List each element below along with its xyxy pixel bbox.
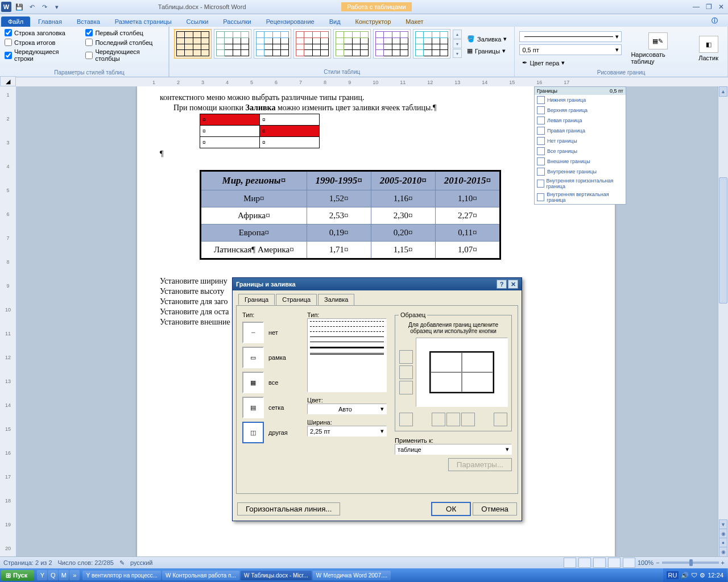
dialog-tab-page[interactable]: Страница xyxy=(276,294,317,305)
style-thumb[interactable] xyxy=(333,29,371,59)
qat-more-icon[interactable]: ▾ xyxy=(51,1,63,13)
tray-icon[interactable]: 🔊 xyxy=(681,572,689,579)
border-right-btn[interactable] xyxy=(461,413,475,426)
ql-icon[interactable]: » xyxy=(69,570,80,580)
table-cell[interactable]: 1,71¤ xyxy=(307,242,371,259)
chk-banded-rows[interactable]: Чередующиеся строки xyxy=(5,48,77,62)
tab-references[interactable]: Ссылки xyxy=(180,16,216,27)
dialog-tab-fill[interactable]: Заливка xyxy=(318,294,354,305)
zoom-slider[interactable] xyxy=(662,562,719,564)
view-full-screen[interactable] xyxy=(578,558,591,568)
zoom-in-icon[interactable]: + xyxy=(721,559,725,566)
table-cell[interactable]: 0,19¤ xyxy=(307,225,371,242)
minimize-icon[interactable]: ― xyxy=(690,3,702,11)
chk-total-row[interactable]: Строка итогов xyxy=(5,39,77,46)
small-table[interactable]: ¤¤ ¤¤ ¤¤ xyxy=(200,114,320,148)
fill-button[interactable]: 🪣Заливка ▾ xyxy=(464,34,510,44)
table-cell[interactable]: Европа¤ xyxy=(201,225,307,242)
tray-icon[interactable]: ⚙ xyxy=(700,572,705,579)
status-words[interactable]: Число слов: 22/285 xyxy=(58,559,114,566)
line-width-dropdown[interactable]: 0,5 пт▾ xyxy=(519,44,622,55)
table-cell[interactable]: 1,07¤ xyxy=(435,242,500,259)
vertical-scrollbar[interactable]: ▲ ▼ ◉ ● ◉ xyxy=(718,86,728,557)
view-outline[interactable] xyxy=(608,558,621,568)
view-web[interactable] xyxy=(593,558,606,568)
start-button[interactable]: ⊞Пуск xyxy=(1,570,34,581)
view-draft[interactable] xyxy=(623,558,635,568)
task-item-active[interactable]: WТаблицы.docx - Micr... xyxy=(241,571,312,580)
next-page-icon[interactable]: ◉ xyxy=(719,547,727,557)
border-vmid-btn[interactable] xyxy=(446,413,460,426)
view-print-layout[interactable] xyxy=(564,558,576,568)
ql-icon[interactable]: Q xyxy=(48,570,58,580)
table-cell[interactable]: 1,10¤ xyxy=(435,190,500,207)
tab-home[interactable]: Главная xyxy=(31,16,69,27)
tab-review[interactable]: Рецензирование xyxy=(259,16,321,27)
type-custom[interactable]: ◫другая xyxy=(242,422,299,443)
tab-mailings[interactable]: Рассылки xyxy=(216,16,258,27)
task-item[interactable]: Yвентилятор на процесс... xyxy=(82,571,161,580)
save-icon[interactable]: 💾 xyxy=(14,1,25,13)
hline-button[interactable]: Горизонтальная линия... xyxy=(237,502,340,516)
scroll-up-icon[interactable]: ▲ xyxy=(719,86,727,97)
tab-table-layout[interactable]: Макет xyxy=(399,16,430,27)
ok-button[interactable]: ОК xyxy=(431,502,471,516)
style-gallery-more[interactable]: ▴▾▾ xyxy=(453,30,462,58)
style-thumb[interactable] xyxy=(174,29,212,59)
eraser-button[interactable]: ◧Ластик xyxy=(694,29,723,68)
type-grid[interactable]: ▤сетка xyxy=(242,397,299,418)
undo-icon[interactable]: ↶ xyxy=(26,1,38,13)
ruler-corner[interactable]: ◢ xyxy=(0,76,16,86)
line-style-list[interactable] xyxy=(307,318,387,392)
type-box[interactable]: ▭рамка xyxy=(242,347,299,368)
style-thumb[interactable] xyxy=(413,29,450,59)
main-table[interactable]: Мир, регионы¤1990-1995¤2005-2010¤2010-20… xyxy=(200,170,501,260)
border-top-btn[interactable] xyxy=(399,350,413,364)
line-style-dropdown[interactable]: ▾ xyxy=(519,31,622,42)
chk-last-col[interactable]: Последний столбец xyxy=(85,39,164,46)
close-icon[interactable]: ✕ xyxy=(715,3,727,11)
tab-design[interactable]: Конструктор xyxy=(349,16,398,27)
table-cell[interactable]: 1,15¤ xyxy=(371,242,435,259)
color-dropdown[interactable]: Авто▾ xyxy=(307,404,387,414)
width-dropdown[interactable]: 2,25 пт▾ xyxy=(307,426,387,436)
ql-icon[interactable]: Y xyxy=(37,570,47,580)
table-cell[interactable]: 0,20¤ xyxy=(371,225,435,242)
draw-table-button[interactable]: ▦✎Нарисовать таблицу xyxy=(626,29,689,68)
redo-icon[interactable]: ↷ xyxy=(39,1,50,13)
dialog-tab-border[interactable]: Граница xyxy=(238,294,275,305)
border-hmid-btn[interactable] xyxy=(399,365,413,379)
type-all[interactable]: ▦все xyxy=(242,372,299,393)
border-diag2-btn[interactable] xyxy=(494,413,507,426)
tray-icon[interactable]: 🛡 xyxy=(691,572,697,579)
tab-page-layout[interactable]: Разметка страницы xyxy=(108,16,179,27)
style-thumb[interactable] xyxy=(214,29,251,59)
zoom-value[interactable]: 100% xyxy=(638,559,653,566)
border-diag1-btn[interactable] xyxy=(399,413,413,426)
lang-indicator[interactable]: RU xyxy=(667,571,679,579)
proofing-icon[interactable]: ✎ xyxy=(119,559,125,567)
type-none[interactable]: ┈нет xyxy=(242,322,299,343)
table-cell[interactable]: 2,27¤ xyxy=(435,207,500,225)
chk-banded-cols[interactable]: Чередующиеся столбцы xyxy=(85,48,164,62)
chk-first-col[interactable]: Первый столбец xyxy=(85,29,164,36)
tab-view[interactable]: Вид xyxy=(322,16,348,27)
tab-insert[interactable]: Вставка xyxy=(70,16,107,27)
table-header[interactable]: 1990-1995¤ xyxy=(307,171,371,190)
style-thumb[interactable] xyxy=(254,29,291,59)
table-cell[interactable]: 2,30¤ xyxy=(371,207,435,225)
pen-color-button[interactable]: ✒Цвет пера ▾ xyxy=(519,57,622,68)
task-item[interactable]: WМетодичка Word 2007.... xyxy=(313,571,391,580)
chk-header-row[interactable]: Строка заголовка xyxy=(5,29,77,36)
borders-button[interactable]: ▦Границы ▾ xyxy=(464,45,510,56)
zoom-out-icon[interactable]: − xyxy=(656,559,659,566)
table-cell[interactable]: Африка¤ xyxy=(201,207,307,225)
status-lang[interactable]: русский xyxy=(130,559,152,566)
table-header[interactable]: Мир, регионы¤ xyxy=(201,171,307,190)
dialog-close-icon[interactable]: ✕ xyxy=(508,280,518,289)
system-tray[interactable]: RU 🔊 🛡 ⚙ 12:24 xyxy=(663,568,727,582)
task-item[interactable]: WКонтрольная работа п... xyxy=(162,571,239,580)
table-header[interactable]: 2010-2015¤ xyxy=(435,171,500,190)
status-page[interactable]: Страница: 2 из 2 xyxy=(3,559,52,566)
border-left-btn[interactable] xyxy=(432,413,445,426)
